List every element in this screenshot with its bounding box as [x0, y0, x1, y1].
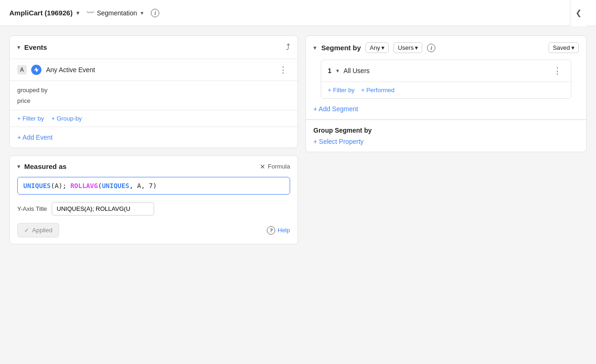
segment-info-icon[interactable]: i — [427, 44, 435, 52]
info-circle-icon: i — [427, 44, 435, 52]
segment-users-dropdown[interactable]: Users ▾ — [393, 42, 422, 53]
events-collapse-chevron[interactable]: ▾ — [17, 44, 20, 51]
event-menu-button[interactable]: ⋮ — [276, 64, 290, 76]
filter-by-button[interactable]: + Filter by — [17, 115, 44, 122]
measured-as-card: ▾ Measured as ✕ Formula UNIQUES(A); ROLL… — [9, 155, 298, 244]
segmentation-chevron: ▾ — [141, 10, 143, 16]
all-users-filter-row: + Filter by + Performed — [321, 81, 571, 98]
all-users-label: All Users — [344, 67, 546, 74]
collapse-panel-button[interactable]: ❮ — [570, 0, 587, 26]
segment-users-chevron: ▾ — [415, 44, 418, 51]
all-users-wrap: 1 ▾ All Users ⋮ + Filter by + Performed — [306, 60, 586, 99]
group-segment-section: Group Segment by + Select Property — [306, 119, 586, 152]
segmentation-label: Segmentation — [97, 9, 137, 17]
add-event-row: + Add Event — [10, 127, 298, 148]
add-segment-row: + Add Segment — [306, 99, 586, 119]
events-card: ▾ Events ⤴ A Any Active Event ⋮ grouped … — [9, 35, 298, 148]
all-users-filter-by-button[interactable]: + Filter by — [328, 87, 354, 94]
formula-uniques-1: UNIQUES — [23, 182, 51, 189]
left-column: ▾ Events ⤴ A Any Active Event ⋮ grouped … — [9, 35, 298, 355]
formula-x-icon: ✕ — [260, 163, 265, 170]
segmentation-selector[interactable]: 〰 Segmentation ▾ — [87, 9, 143, 17]
event-name: Any Active Event — [46, 66, 271, 74]
formula-parens-2: ( — [98, 182, 102, 189]
measured-collapse-chevron[interactable]: ▾ — [17, 163, 20, 170]
grouped-by-label: grouped by — [17, 85, 290, 95]
events-title: Events — [24, 43, 282, 51]
info-icon: i — [151, 9, 159, 17]
info-button[interactable]: i — [151, 9, 159, 17]
formula-input-wrap: UNIQUES(A); ROLLAVG(UNIQUES, A, 7) — [10, 177, 298, 200]
segment-num-chevron: ▾ — [336, 67, 339, 74]
grouped-section: grouped by price — [10, 81, 298, 110]
segment-any-label: Any — [370, 44, 380, 51]
applied-button: ✓ Applied — [17, 223, 59, 237]
group-segment-title: Group Segment by — [313, 120, 579, 138]
brand-selector[interactable]: AmpliCart (196926) ▾ — [9, 9, 79, 17]
filter-row: + Filter by + Group-by — [10, 110, 298, 127]
help-link[interactable]: ? Help — [267, 226, 290, 235]
formula-parens-1: (A); — [51, 182, 70, 189]
all-users-container: 1 ▾ All Users ⋮ + Filter by + Performed — [321, 60, 571, 99]
formula-button[interactable]: ✕ Formula — [260, 163, 290, 170]
formula-rollavg: ROLLAVG — [70, 182, 98, 189]
applied-row: ✓ Applied ? Help — [10, 221, 298, 244]
segment-collapse-chevron[interactable]: ▾ — [313, 44, 317, 51]
formula-input[interactable]: UNIQUES(A); ROLLAVG(UNIQUES, A, 7) — [17, 177, 290, 195]
check-icon: ✓ — [24, 227, 29, 234]
segment-panel: ▾ Segment by Any ▾ Users ▾ i Saved ▾ — [305, 35, 587, 152]
main-layout: ▾ Events ⤴ A Any Active Event ⋮ grouped … — [0, 26, 596, 364]
yaxis-label: Y-Axis Title — [17, 205, 47, 212]
yaxis-row: Y-Axis Title — [10, 200, 298, 221]
select-property-button[interactable]: + Select Property — [313, 138, 364, 145]
segment-any-dropdown[interactable]: Any ▾ — [366, 42, 389, 53]
segment-saved-label: Saved — [553, 44, 570, 51]
segment-any-chevron: ▾ — [381, 44, 385, 51]
add-event-button[interactable]: + Add Event — [17, 134, 53, 141]
segment-saved-chevron: ▾ — [571, 44, 575, 51]
event-amplitude-icon — [31, 65, 41, 75]
brand-label: AmpliCart (196926) — [9, 9, 73, 17]
brand-chevron: ▾ — [76, 10, 79, 16]
price-label: price — [17, 95, 290, 106]
measured-as-title: Measured as — [24, 162, 256, 170]
help-icon: ? — [267, 226, 275, 235]
add-segment-button[interactable]: + Add Segment — [313, 105, 358, 113]
measured-as-header: ▾ Measured as ✕ Formula — [10, 156, 298, 177]
formula-end: , A, 7) — [129, 182, 157, 189]
segment-header: ▾ Segment by Any ▾ Users ▾ i Saved ▾ — [306, 36, 586, 60]
trend-icon: 〰 — [87, 9, 94, 17]
event-badge: A — [17, 65, 27, 74]
header-right: ❮ — [570, 0, 587, 26]
all-users-performed-button[interactable]: + Performed — [361, 87, 394, 94]
segment-saved-dropdown[interactable]: Saved ▾ — [549, 42, 579, 53]
applied-label: Applied — [32, 227, 52, 234]
right-column: ▾ Segment by Any ▾ Users ▾ i Saved ▾ — [305, 35, 587, 355]
event-row: A Any Active Event ⋮ — [10, 59, 298, 81]
all-users-header: 1 ▾ All Users ⋮ — [321, 60, 571, 81]
formula-label: Formula — [268, 163, 290, 170]
all-users-menu-button[interactable]: ⋮ — [550, 65, 564, 77]
events-card-header: ▾ Events ⤴ — [10, 36, 298, 59]
events-action-icon[interactable]: ⤴ — [286, 42, 290, 52]
segment-num-dropdown[interactable]: ▾ — [336, 67, 339, 74]
segment-number: 1 — [328, 67, 332, 74]
collapse-icon: ❮ — [576, 8, 582, 17]
segment-users-label: Users — [398, 44, 413, 51]
yaxis-input[interactable] — [52, 202, 154, 216]
segment-by-title: Segment by — [321, 44, 361, 52]
header: AmpliCart (196926) ▾ 〰 Segmentation ▾ i … — [0, 0, 596, 26]
group-by-button[interactable]: + Group-by — [51, 115, 81, 122]
help-label: Help — [278, 227, 290, 234]
formula-uniques-2: UNIQUES — [102, 182, 129, 189]
